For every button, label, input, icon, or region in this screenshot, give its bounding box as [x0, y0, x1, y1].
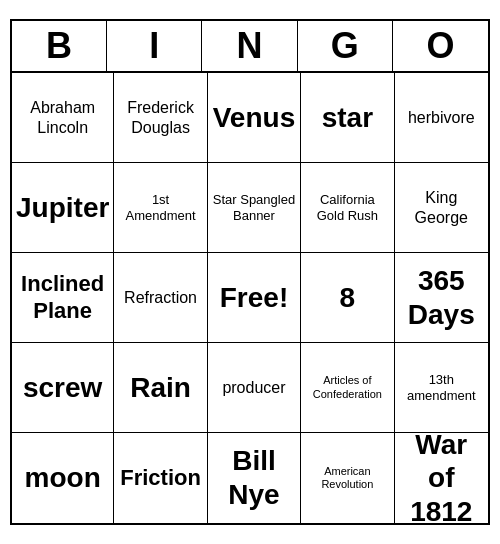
cell-4[interactable]: herbivore — [395, 73, 488, 163]
cell-24[interactable]: War of 1812 — [395, 433, 488, 523]
bingo-card: B I N G O Abraham LincolnFrederick Dougl… — [10, 19, 490, 525]
cell-12[interactable]: Free! — [208, 253, 301, 343]
cell-19[interactable]: 13th amendment — [395, 343, 488, 433]
header-b: B — [12, 21, 107, 71]
cell-1[interactable]: Frederick Douglas — [114, 73, 207, 163]
cell-6[interactable]: 1st Amendment — [114, 163, 207, 253]
cell-17[interactable]: producer — [208, 343, 301, 433]
cell-0[interactable]: Abraham Lincoln — [12, 73, 114, 163]
cell-15[interactable]: screw — [12, 343, 114, 433]
cell-14[interactable]: 365 Days — [395, 253, 488, 343]
header-o: O — [393, 21, 488, 71]
cell-3[interactable]: star — [301, 73, 394, 163]
cell-5[interactable]: Jupiter — [12, 163, 114, 253]
cell-8[interactable]: California Gold Rush — [301, 163, 394, 253]
cell-22[interactable]: Bill Nye — [208, 433, 301, 523]
cell-2[interactable]: Venus — [208, 73, 301, 163]
cell-16[interactable]: Rain — [114, 343, 207, 433]
header-i: I — [107, 21, 202, 71]
cell-7[interactable]: Star Spangled Banner — [208, 163, 301, 253]
header-n: N — [202, 21, 297, 71]
cell-10[interactable]: Inclined Plane — [12, 253, 114, 343]
header-g: G — [298, 21, 393, 71]
cell-13[interactable]: 8 — [301, 253, 394, 343]
cell-21[interactable]: Friction — [114, 433, 207, 523]
bingo-grid: Abraham LincolnFrederick DouglasVenussta… — [12, 73, 488, 523]
cell-23[interactable]: American Revolution — [301, 433, 394, 523]
cell-9[interactable]: King George — [395, 163, 488, 253]
cell-18[interactable]: Articles of Confederation — [301, 343, 394, 433]
cell-20[interactable]: moon — [12, 433, 114, 523]
cell-11[interactable]: Refraction — [114, 253, 207, 343]
bingo-header: B I N G O — [12, 21, 488, 73]
